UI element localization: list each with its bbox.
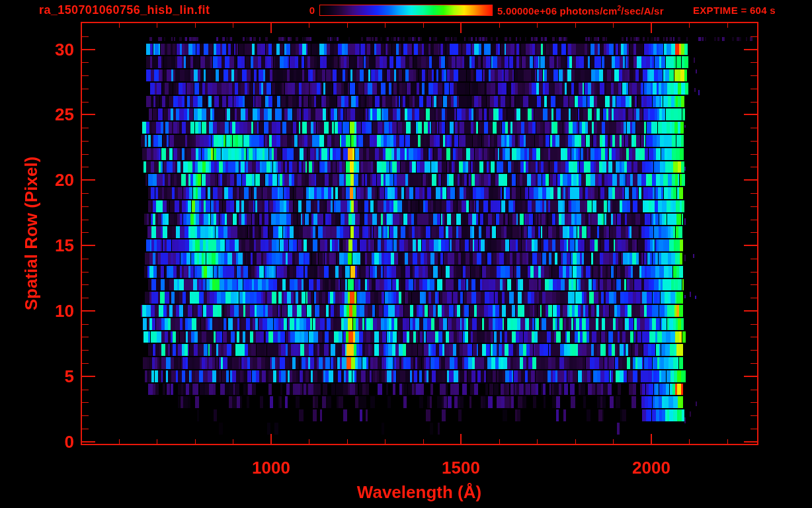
y-tick-label: 10	[0, 302, 74, 319]
x-minor-tick	[233, 23, 233, 28]
y-minor-tick	[751, 232, 757, 233]
y-tick-label: 0	[0, 433, 74, 450]
y-minor-tick	[82, 350, 89, 351]
y-minor-tick	[751, 141, 757, 142]
x-tick-label: 2000	[605, 458, 698, 478]
y-minor-tick	[751, 259, 757, 259]
x-minor-tick	[575, 439, 576, 444]
colorbar-min-label: 0	[298, 5, 315, 16]
y-minor-tick	[751, 128, 757, 128]
x-minor-tick	[537, 439, 538, 444]
y-minor-tick	[82, 272, 89, 273]
colorbar-max-value: 5.00000e+06	[497, 5, 557, 17]
y-minor-tick	[82, 324, 89, 325]
y-minor-tick	[82, 220, 89, 220]
x-major-tick	[460, 23, 462, 33]
colorbar-max-label: 5.00000e+06 photons/cm2/sec/A/sr	[497, 5, 664, 17]
y-minor-tick	[751, 154, 757, 155]
colorbar-units-suffix: /sec/A/sr	[621, 5, 663, 17]
spectrogram-figure: ra_150701060756_hisb_lin.fit 0 5.00000e+…	[0, 0, 812, 508]
y-minor-tick	[751, 337, 757, 337]
y-major-tick	[744, 310, 757, 312]
x-minor-tick	[537, 23, 538, 28]
x-minor-tick	[423, 23, 424, 28]
x-major-tick	[270, 23, 272, 33]
y-minor-tick	[82, 284, 89, 285]
y-major-tick	[744, 49, 757, 50]
y-major-tick	[82, 114, 95, 115]
y-major-tick	[744, 376, 757, 377]
y-major-tick	[82, 441, 95, 443]
x-minor-tick	[309, 23, 309, 28]
exptime-label: EXPTIME = 604 s	[693, 5, 776, 16]
x-tick-label: 1000	[225, 458, 317, 478]
y-minor-tick	[751, 350, 757, 351]
y-tick-label: 20	[0, 171, 74, 189]
y-minor-tick	[751, 62, 757, 63]
y-minor-tick	[82, 298, 89, 298]
y-minor-tick	[82, 75, 89, 76]
y-minor-tick	[82, 167, 89, 167]
y-major-tick	[744, 245, 757, 246]
x-minor-tick	[499, 23, 500, 28]
y-minor-tick	[751, 402, 757, 403]
y-minor-tick	[751, 363, 757, 364]
y-tick-label: 5	[0, 368, 74, 385]
y-major-tick	[82, 310, 95, 312]
y-minor-tick	[751, 324, 757, 325]
y-major-tick	[82, 245, 95, 246]
x-minor-tick	[195, 439, 196, 444]
x-minor-tick	[613, 439, 614, 444]
x-minor-tick	[157, 439, 157, 444]
x-minor-tick	[613, 23, 614, 28]
y-minor-tick	[751, 390, 757, 390]
y-minor-tick	[82, 232, 89, 233]
x-minor-tick	[119, 23, 120, 28]
y-minor-tick	[82, 89, 89, 89]
y-minor-tick	[82, 259, 89, 259]
y-minor-tick	[751, 193, 757, 194]
y-minor-tick	[82, 62, 89, 63]
y-minor-tick	[751, 429, 757, 429]
y-minor-tick	[751, 415, 757, 416]
y-axis-title: Spatial Row (Pixel)	[21, 95, 41, 372]
y-minor-tick	[82, 390, 89, 390]
y-major-tick	[744, 179, 757, 181]
x-minor-tick	[309, 439, 309, 444]
x-major-tick	[270, 434, 272, 444]
y-minor-tick	[751, 272, 757, 273]
colorbar	[319, 5, 493, 16]
y-major-tick	[744, 114, 757, 115]
y-major-tick	[744, 441, 757, 443]
x-minor-tick	[347, 439, 348, 444]
x-minor-tick	[423, 439, 424, 444]
y-minor-tick	[82, 193, 89, 194]
y-minor-tick	[82, 415, 89, 416]
x-minor-tick	[727, 439, 728, 444]
y-tick-label: 25	[0, 106, 74, 123]
x-minor-tick	[385, 23, 386, 28]
y-minor-tick	[751, 298, 757, 298]
y-major-tick	[82, 376, 95, 377]
x-minor-tick	[499, 439, 500, 444]
x-major-tick	[651, 434, 652, 444]
y-minor-tick	[82, 128, 89, 128]
x-minor-tick	[689, 439, 690, 444]
x-minor-tick	[233, 439, 233, 444]
y-minor-tick	[82, 337, 89, 337]
y-minor-tick	[82, 206, 89, 207]
x-axis-title: Wavelength (Å)	[221, 482, 618, 503]
y-minor-tick	[751, 89, 757, 89]
y-minor-tick	[82, 102, 89, 103]
y-minor-tick	[751, 206, 757, 207]
x-minor-tick	[347, 23, 348, 28]
y-minor-tick	[751, 102, 757, 103]
figure-title: ra_150701060756_hisb_lin.fit	[39, 3, 210, 17]
x-minor-tick	[195, 23, 196, 28]
x-tick-label: 1500	[415, 458, 507, 478]
y-tick-label: 15	[0, 237, 74, 254]
x-major-tick	[460, 434, 462, 444]
plot-frame	[81, 22, 758, 445]
x-minor-tick	[689, 23, 690, 28]
y-minor-tick	[82, 141, 89, 142]
